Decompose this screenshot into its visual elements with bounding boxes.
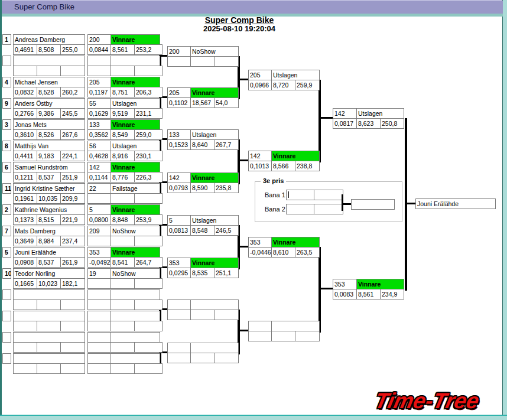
speed-cell: 263,5 [295,247,320,258]
result-status: Vinnare [356,279,404,289]
seed-number: 5 [2,247,11,258]
speed-cell: 209,9 [60,193,85,204]
result-status: Vinnare [110,247,160,258]
racer-name: Michael Jensen [13,77,85,87]
elapsed-time-cell: 8,916 [110,151,135,161]
result-status: Vinnare [190,87,239,98]
speed-cell: 259,9 [295,80,320,90]
speed-cell: 206,3 [134,87,162,97]
car-number: 142 [333,108,357,119]
elapsed-time-cell [110,236,135,246]
reaction-time-cell: 0,1523 [167,139,191,150]
reaction-time-cell [13,321,37,331]
reaction-time-cell: 0,0844 [87,44,111,55]
racer-name: Matthijs Van [13,141,85,151]
reaction-time-cell: 0,0817 [333,118,357,129]
elapsed-time-cell: 8,566 [271,161,295,171]
speed-cell: 250,8 [380,118,404,129]
reaction-time-cell: 0,0832 [13,87,37,97]
elapsed-time-cell [110,342,135,353]
elapsed-time-cell [190,56,214,67]
result-status: Vinnare [110,77,160,87]
speed-cell: 259,0 [134,129,162,140]
connector-line [239,159,248,161]
result-status [110,311,160,321]
reaction-time-cell: 0,1665 [13,278,37,289]
car-number: 133 [167,129,191,140]
elapsed-time-cell: 10,035 [37,193,61,204]
car-number: 205 [167,87,191,98]
elapsed-time-cell [110,278,135,289]
elapsed-time-cell: 8,561 [356,289,381,299]
result-status: Vinnare [110,162,160,172]
car-number: 5 [87,204,111,215]
car-number: 19 [87,268,111,279]
seed-number [2,311,11,321]
reaction-time-cell [87,236,111,246]
car-number: 142 [87,162,111,172]
car-number: 353 [248,237,272,248]
lane1-input-2[interactable] [314,190,343,200]
elapsed-time-cell: 8,590 [190,183,214,193]
result-status: Failstage [110,183,160,194]
seed-number: 8 [2,141,11,151]
elapsed-time-cell [37,66,61,76]
elapsed-time-cell: 8,526 [37,129,61,140]
speed-cell: 253,2 [134,44,162,55]
elapsed-time-cell: 8,561 [110,44,135,55]
car-number: 205 [248,70,272,80]
lane2-input-2[interactable] [314,204,343,214]
winner-name-box: Jouni Erälähde [415,198,496,209]
connector-line [342,194,343,211]
car-number: 353 [167,258,191,268]
reaction-time-cell: 0,0083 [333,289,357,299]
text-caret [288,191,289,198]
elapsed-time-cell: 8,848 [110,214,135,225]
speed-cell: 235,8 [214,183,239,193]
reaction-time-cell: 0,3562 [87,129,111,140]
connector-line [318,80,321,162]
reaction-time-cell: 0,0800 [87,214,111,225]
reaction-time-cell [87,193,111,204]
lane1-input-1[interactable] [286,190,314,200]
result-status [190,343,239,353]
result-status [110,56,160,66]
car-number [248,321,272,331]
window-titlebar[interactable]: Super Comp Bike [2,1,503,14]
elapsed-time-cell: 8,537 [37,257,61,268]
speed-cell: 226,3 [134,172,162,183]
racer-name [13,332,85,343]
car-number: 55 [87,98,111,109]
speed-cell: 246,5 [214,225,239,236]
elapsed-time-cell: 8,984 [37,236,61,246]
seed-number: 2 [2,204,11,215]
lane2-input-1[interactable] [286,204,314,214]
speed-cell: 267,7 [214,139,239,150]
reaction-time-cell: -0,0446 [248,247,272,258]
reaction-time-cell: 0,0966 [248,80,272,90]
reaction-time-cell: 0,1102 [167,97,191,108]
connector-line [320,288,333,289]
speed-cell: 234,9 [380,289,404,299]
elapsed-time-cell: 8,508 [37,44,61,55]
reaction-time-cell: 0,0295 [167,268,191,278]
seed-number: 10 [2,268,11,279]
result-status: NoShow [190,46,239,57]
speed-cell [134,66,162,76]
reaction-time-cell: 0,4691 [13,44,37,55]
racer-name: Jonas Mets [13,119,85,130]
speed-cell: 231,1 [134,108,162,119]
speed-cell: 54,0 [214,97,239,108]
result-status: Vinnare [110,119,160,130]
elapsed-time-cell: 9,519 [110,108,135,119]
racer-name: Kathrine Wagenius [13,204,85,215]
reaction-time-cell [248,331,272,341]
speed-cell: 221,9 [60,214,85,225]
speed-cell: 238,8 [295,161,320,171]
result-status: Utslagen [356,108,404,119]
reaction-time-cell [13,342,37,353]
reaction-time-cell: 0,4628 [87,151,111,161]
reaction-time-cell [87,363,111,374]
speed-cell [134,236,162,246]
reaction-time-cell: -0,0492 [87,257,111,268]
